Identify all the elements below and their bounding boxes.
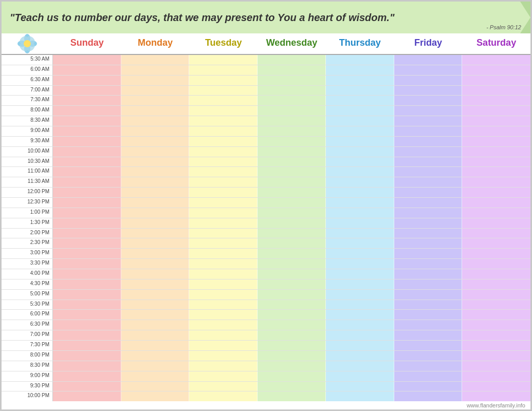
- day-cell-tuesday[interactable]: [189, 198, 258, 208]
- day-cell-sunday[interactable]: [53, 371, 121, 381]
- day-cell-saturday[interactable]: [462, 371, 530, 381]
- day-cell-tuesday[interactable]: [189, 279, 258, 289]
- day-cell-wednesday[interactable]: [258, 198, 326, 208]
- day-cell-saturday[interactable]: [462, 259, 530, 269]
- day-cell-thursday[interactable]: [326, 361, 394, 371]
- day-cell-saturday[interactable]: [462, 177, 530, 187]
- day-cell-saturday[interactable]: [462, 86, 530, 96]
- day-cell-sunday[interactable]: [53, 259, 121, 269]
- day-cell-tuesday[interactable]: [189, 177, 258, 187]
- day-cell-saturday[interactable]: [462, 320, 530, 330]
- day-cell-thursday[interactable]: [326, 269, 394, 279]
- day-cell-friday[interactable]: [394, 341, 463, 350]
- day-cell-friday[interactable]: [394, 371, 463, 381]
- day-cell-wednesday[interactable]: [258, 279, 326, 289]
- day-cell-friday[interactable]: [394, 55, 463, 65]
- day-cell-monday[interactable]: [121, 391, 190, 401]
- day-cell-monday[interactable]: [121, 116, 190, 126]
- day-cell-tuesday[interactable]: [189, 371, 258, 381]
- day-cell-wednesday[interactable]: [258, 269, 326, 279]
- day-cell-saturday[interactable]: [462, 218, 530, 228]
- day-cell-wednesday[interactable]: [258, 229, 326, 238]
- day-cell-sunday[interactable]: [53, 86, 121, 96]
- day-cell-sunday[interactable]: [53, 147, 121, 157]
- day-cell-sunday[interactable]: [53, 391, 121, 401]
- day-cell-saturday[interactable]: [462, 157, 530, 167]
- day-cell-tuesday[interactable]: [189, 382, 258, 391]
- day-cell-tuesday[interactable]: [189, 157, 258, 167]
- day-cell-thursday[interactable]: [326, 96, 394, 105]
- day-cell-sunday[interactable]: [53, 167, 121, 177]
- day-cell-monday[interactable]: [121, 157, 190, 167]
- day-cell-wednesday[interactable]: [258, 290, 326, 300]
- day-cell-saturday[interactable]: [462, 96, 530, 105]
- day-cell-tuesday[interactable]: [189, 259, 258, 269]
- day-cell-wednesday[interactable]: [258, 382, 326, 391]
- day-cell-sunday[interactable]: [53, 279, 121, 289]
- day-cell-thursday[interactable]: [326, 229, 394, 238]
- day-cell-wednesday[interactable]: [258, 371, 326, 381]
- day-cell-sunday[interactable]: [53, 238, 121, 248]
- day-cell-friday[interactable]: [394, 249, 463, 258]
- day-cell-tuesday[interactable]: [189, 330, 258, 340]
- day-cell-thursday[interactable]: [326, 351, 394, 361]
- day-cell-wednesday[interactable]: [258, 218, 326, 228]
- day-cell-sunday[interactable]: [53, 96, 121, 105]
- day-cell-sunday[interactable]: [53, 208, 121, 218]
- day-cell-thursday[interactable]: [326, 147, 394, 157]
- day-cell-monday[interactable]: [121, 330, 190, 340]
- day-cell-monday[interactable]: [121, 238, 190, 248]
- day-cell-sunday[interactable]: [53, 116, 121, 126]
- day-cell-tuesday[interactable]: [189, 300, 258, 310]
- day-cell-friday[interactable]: [394, 76, 463, 85]
- day-cell-monday[interactable]: [121, 269, 190, 279]
- day-cell-wednesday[interactable]: [258, 116, 326, 126]
- day-cell-friday[interactable]: [394, 218, 463, 228]
- day-cell-sunday[interactable]: [53, 218, 121, 228]
- day-cell-tuesday[interactable]: [189, 76, 258, 85]
- day-cell-saturday[interactable]: [462, 330, 530, 340]
- day-cell-tuesday[interactable]: [189, 229, 258, 238]
- day-cell-monday[interactable]: [121, 86, 190, 96]
- day-cell-thursday[interactable]: [326, 116, 394, 126]
- day-cell-sunday[interactable]: [53, 157, 121, 167]
- day-cell-wednesday[interactable]: [258, 361, 326, 371]
- day-cell-wednesday[interactable]: [258, 320, 326, 330]
- day-cell-sunday[interactable]: [53, 65, 121, 75]
- day-cell-tuesday[interactable]: [189, 116, 258, 126]
- day-cell-tuesday[interactable]: [189, 249, 258, 258]
- day-cell-thursday[interactable]: [326, 198, 394, 208]
- day-cell-thursday[interactable]: [326, 238, 394, 248]
- day-cell-tuesday[interactable]: [189, 106, 258, 116]
- day-cell-saturday[interactable]: [462, 238, 530, 248]
- day-cell-friday[interactable]: [394, 116, 463, 126]
- day-cell-friday[interactable]: [394, 290, 463, 300]
- day-cell-friday[interactable]: [394, 310, 463, 320]
- day-cell-sunday[interactable]: [53, 351, 121, 361]
- day-cell-monday[interactable]: [121, 188, 190, 197]
- day-cell-monday[interactable]: [121, 218, 190, 228]
- day-cell-saturday[interactable]: [462, 382, 530, 391]
- day-cell-friday[interactable]: [394, 188, 463, 197]
- day-cell-monday[interactable]: [121, 208, 190, 218]
- day-cell-friday[interactable]: [394, 391, 463, 401]
- day-cell-wednesday[interactable]: [258, 86, 326, 96]
- day-cell-wednesday[interactable]: [258, 300, 326, 310]
- day-cell-monday[interactable]: [121, 55, 190, 65]
- day-cell-friday[interactable]: [394, 238, 463, 248]
- day-cell-thursday[interactable]: [326, 218, 394, 228]
- day-cell-saturday[interactable]: [462, 55, 530, 65]
- day-cell-monday[interactable]: [121, 371, 190, 381]
- day-cell-saturday[interactable]: [462, 229, 530, 238]
- day-cell-thursday[interactable]: [326, 208, 394, 218]
- day-cell-thursday[interactable]: [326, 137, 394, 146]
- day-cell-monday[interactable]: [121, 382, 190, 391]
- day-cell-thursday[interactable]: [326, 310, 394, 320]
- day-cell-tuesday[interactable]: [189, 238, 258, 248]
- day-cell-thursday[interactable]: [326, 341, 394, 350]
- day-cell-tuesday[interactable]: [189, 55, 258, 65]
- day-cell-wednesday[interactable]: [258, 249, 326, 258]
- day-cell-sunday[interactable]: [53, 249, 121, 258]
- day-cell-tuesday[interactable]: [189, 188, 258, 197]
- day-cell-monday[interactable]: [121, 310, 190, 320]
